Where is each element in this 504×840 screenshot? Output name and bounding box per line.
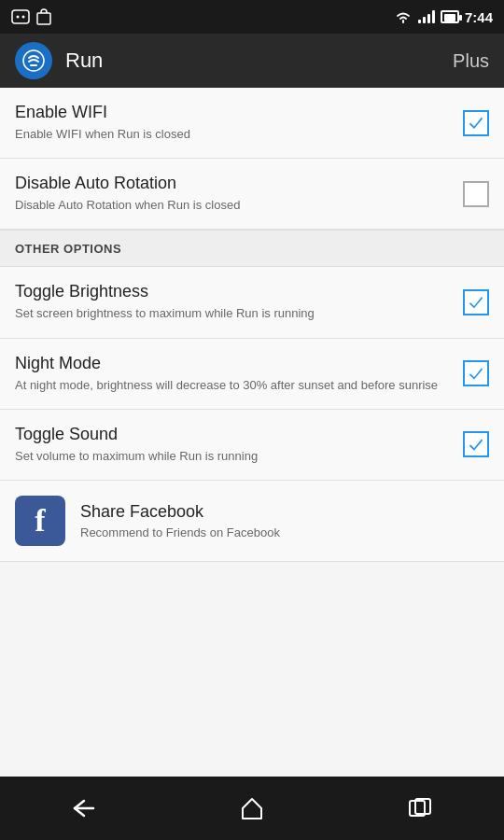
battery-icon <box>441 10 459 23</box>
settings-item-text-rotation: Disable Auto Rotation Disable Auto Rotat… <box>15 174 463 214</box>
settings-item-title-night: Night Mode <box>15 354 452 373</box>
svg-point-1 <box>17 16 20 19</box>
home-icon <box>239 796 265 820</box>
status-right-icons: 7:44 <box>394 9 493 25</box>
wifi-status-icon <box>394 9 413 24</box>
checkbox-rotation[interactable] <box>463 181 489 207</box>
section-header-other-options: OTHER OPTIONS <box>0 230 504 267</box>
facebook-letter: f <box>35 503 45 539</box>
settings-item-text-brightness: Toggle Brightness Set screen brightness … <box>15 282 463 322</box>
facebook-text: Share Facebook Recommend to Friends on F… <box>80 502 280 539</box>
settings-item-desc-sound: Set volume to maximum while Run is runni… <box>15 448 452 465</box>
status-left-icons <box>11 8 52 25</box>
svg-rect-3 <box>37 13 50 24</box>
status-bar: 7:44 <box>0 0 504 34</box>
settings-item-title-wifi: Enable WIFI <box>15 103 452 122</box>
settings-item-title-sound: Toggle Sound <box>15 425 452 444</box>
settings-item-title-rotation: Disable Auto Rotation <box>15 174 452 193</box>
home-button[interactable] <box>231 788 273 829</box>
settings-item-text-night: Night Mode At night mode, brightness wil… <box>15 354 463 394</box>
facebook-title: Share Facebook <box>80 502 280 522</box>
svg-point-2 <box>22 16 25 19</box>
settings-item-night-mode[interactable]: Night Mode At night mode, brightness wil… <box>0 339 504 410</box>
signal-icon <box>418 10 435 23</box>
checkbox-sound[interactable] <box>463 431 489 457</box>
bottom-navigation <box>0 777 504 840</box>
settings-item-disable-rotation[interactable]: Disable Auto Rotation Disable Auto Rotat… <box>0 159 504 230</box>
toolbar-subtitle: Plus <box>453 50 489 72</box>
settings-item-desc-night: At night mode, brightness will decrease … <box>15 377 452 394</box>
back-button[interactable] <box>63 788 105 829</box>
svg-rect-0 <box>12 10 29 23</box>
settings-item-title-brightness: Toggle Brightness <box>15 282 452 301</box>
share-facebook-item[interactable]: f Share Facebook Recommend to Friends on… <box>0 481 504 562</box>
recents-button[interactable] <box>399 788 441 829</box>
checkbox-night[interactable] <box>463 360 489 386</box>
settings-content: Enable WIFI Enable WIFI when Run is clos… <box>0 88 504 777</box>
bag-icon <box>35 8 52 25</box>
checkbox-wifi[interactable] <box>463 110 489 136</box>
settings-item-brightness[interactable]: Toggle Brightness Set screen brightness … <box>0 267 504 338</box>
settings-item-desc-wifi: Enable WIFI when Run is closed <box>15 126 452 143</box>
settings-item-enable-wifi[interactable]: Enable WIFI Enable WIFI when Run is clos… <box>0 88 504 159</box>
toolbar: Run Plus <box>0 34 504 88</box>
settings-item-sound[interactable]: Toggle Sound Set volume to maximum while… <box>0 410 504 481</box>
app-logo-icon <box>21 49 46 73</box>
settings-item-text-sound: Toggle Sound Set volume to maximum while… <box>15 425 463 465</box>
settings-item-desc-brightness: Set screen brightness to maximum while R… <box>15 305 452 322</box>
section-header-label: OTHER OPTIONS <box>15 242 121 256</box>
checkbox-brightness[interactable] <box>463 289 489 315</box>
facebook-desc: Recommend to Friends on Facebook <box>80 525 280 539</box>
settings-item-desc-rotation: Disable Auto Rotation when Run is closed <box>15 197 452 214</box>
bbm-icon <box>11 9 30 24</box>
app-logo <box>15 42 52 79</box>
settings-item-text-wifi: Enable WIFI Enable WIFI when Run is clos… <box>15 103 463 143</box>
toolbar-title: Run <box>65 49 440 73</box>
recents-icon <box>407 797 433 819</box>
status-time: 7:44 <box>465 9 493 25</box>
facebook-icon: f <box>15 496 65 546</box>
back-icon <box>71 798 97 819</box>
